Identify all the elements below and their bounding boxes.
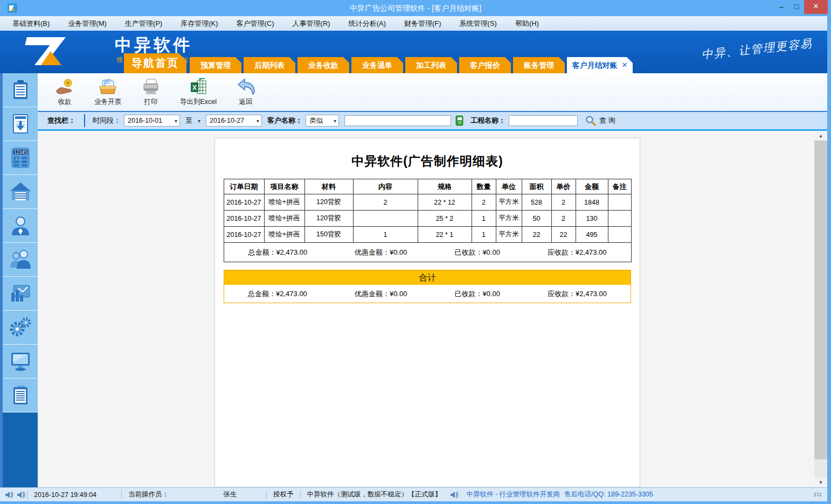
close-button[interactable]: ✕	[804, 0, 828, 14]
window-title: 中异广告公司管理软件 - [客户月结对账]	[0, 0, 831, 16]
report-panel: 中异软件(广告制作明细表) 订单日期 项目名称 材料 内容 规格 数量 单位 面…	[214, 138, 640, 487]
menu-basic-data[interactable]: 基础资料(B)	[3, 16, 59, 31]
status-bar: 2016-10-27 19:49:04 当前操作员： 张生 授权予 中异软件（测…	[0, 487, 827, 501]
tab-customer-monthly-statement[interactable]: 客户月结对账 ✕	[567, 57, 633, 73]
summary-receivable: 应收款：¥2,473.00	[548, 248, 607, 257]
back-button[interactable]: 返回	[232, 78, 260, 107]
tab-account-management[interactable]: 账务管理	[513, 57, 565, 73]
cell-remark	[608, 194, 631, 211]
scroll-down-icon[interactable]: ▼	[814, 478, 827, 487]
speaker-icon[interactable]	[4, 491, 14, 499]
speaker-icon[interactable]	[16, 491, 26, 499]
cell-remark	[608, 211, 631, 227]
chevron-down-icon: ▾	[175, 118, 177, 124]
sidebar-item-clipboard-2[interactable]	[3, 379, 38, 412]
sidebar-item-monitor[interactable]	[3, 345, 38, 379]
cell-order-date: 2016-10-27	[224, 227, 264, 243]
svg-text:12345: 12345	[13, 150, 26, 155]
svg-text:X: X	[192, 84, 197, 92]
date-to-select[interactable]: 2016-10-27 ▾	[206, 115, 262, 127]
cell-quantity: 1	[472, 211, 496, 227]
receive-payment-button[interactable]: ¥ 收款	[51, 78, 79, 107]
back-arrow-icon	[235, 78, 257, 96]
customer-lookup-book-icon[interactable]	[454, 115, 464, 126]
menu-hr[interactable]: 人事管理(R)	[283, 16, 340, 31]
query-button[interactable]: 查 询	[585, 115, 615, 126]
sidebar-item-group[interactable]	[3, 243, 38, 277]
scrollbar-thumb[interactable]	[814, 141, 827, 459]
sidebar-item-warehouse[interactable]	[3, 175, 38, 209]
match-mode-select[interactable]: 类似 ▾	[306, 115, 339, 127]
sidebar-item-download-doc[interactable]	[3, 107, 38, 141]
sidebar-item-chart[interactable]	[3, 277, 38, 311]
sidebar-item-settings[interactable]	[3, 311, 38, 345]
vertical-scrollbar[interactable]: ▲ ▼	[814, 131, 827, 487]
cell-quantity: 2	[472, 194, 496, 211]
window-border-bottom	[0, 501, 831, 504]
cell-area: 22	[522, 227, 551, 243]
menu-production[interactable]: 生产管理(P)	[116, 16, 171, 31]
table-row: 2016-10-27 喷绘+拼画 150背胶 1 22 * 1 1 平方米 22…	[224, 227, 631, 243]
tab-label: 客户月结对账	[572, 57, 618, 73]
menu-help[interactable]: 帮助(H)	[506, 16, 548, 31]
project-keyword-input[interactable]	[509, 115, 578, 126]
tab-close-icon[interactable]: ✕	[622, 57, 628, 73]
sidebar-item-clipboard[interactable]	[3, 73, 38, 107]
tab-order-returns[interactable]: 业务退单	[351, 57, 403, 73]
people-icon	[8, 247, 33, 272]
button-label: 业务开票	[94, 97, 121, 107]
tab-budget[interactable]: 预算管理	[190, 57, 241, 73]
tab-business-receipts[interactable]: 业务收款	[297, 57, 349, 73]
sidebar-item-person[interactable]	[3, 209, 38, 243]
header-band: 中异软件 领先的广告行业管理软件研发商 中异、让管理更容易 导航首页 预算管理 …	[0, 31, 831, 73]
col-order-date: 订单日期	[224, 179, 264, 194]
cell-unit: 平方米	[496, 227, 522, 243]
col-quantity: 数量	[472, 179, 496, 194]
customer-keyword-input[interactable]	[344, 115, 451, 126]
maximize-button[interactable]: □	[789, 0, 804, 14]
tab-home[interactable]: 导航首页	[124, 53, 186, 73]
print-button[interactable]: 打印	[137, 78, 165, 107]
tab-postprocess-list[interactable]: 后期列表	[244, 57, 295, 73]
search-icon	[585, 115, 596, 126]
scroll-up-icon[interactable]: ▲	[814, 131, 827, 141]
between-dropdown-icon[interactable]: ▾	[198, 118, 200, 124]
minimize-button[interactable]: –	[774, 0, 789, 14]
content-area: 中异软件(广告制作明细表) 订单日期 项目名称 材料 内容 规格 数量 单位 面…	[38, 131, 827, 487]
match-mode-value: 类似	[309, 116, 323, 125]
menu-bar: 基础资料(B) 业务管理(M) 生产管理(P) 库存管理(K) 客户管理(C) …	[0, 16, 827, 31]
cell-material: 120背胶	[304, 211, 353, 227]
col-project-name: 项目名称	[264, 179, 304, 194]
button-label: 返回	[239, 97, 253, 107]
clipboard-icon	[9, 78, 32, 102]
menu-statistics[interactable]: 统计分析(A)	[340, 16, 395, 31]
sidebar-item-calculator[interactable]: 12345 +-	[3, 141, 38, 175]
table-summary-row: 总金额：¥2,473.00 优惠金额：¥0.00 已收款：¥0.00 应收款：¥…	[224, 243, 631, 262]
cell-amount: 1848	[576, 194, 608, 211]
menu-business[interactable]: 业务管理(M)	[59, 16, 116, 31]
svg-text:+: +	[15, 157, 17, 160]
date-from-select[interactable]: 2016-10-01 ▾	[124, 115, 180, 127]
export-excel-button[interactable]: X 导出到Excel	[180, 78, 217, 107]
invoice-button[interactable]: 业务开票	[94, 78, 122, 107]
license-label: 授权予	[267, 490, 300, 499]
tab-processing-list[interactable]: 加工列表	[405, 57, 457, 73]
cell-material: 120背胶	[304, 194, 353, 211]
cell-project-name: 喷绘+拼画	[264, 211, 304, 227]
person-icon	[8, 213, 33, 238]
menu-customer[interactable]: 客户管理(C)	[227, 16, 283, 31]
brand-name: 中异软件	[115, 34, 192, 57]
col-spec: 规格	[418, 179, 472, 194]
chart-icon	[8, 281, 33, 306]
tab-customer-quote[interactable]: 客户报价	[459, 57, 511, 73]
cell-unit-price: 2	[551, 194, 576, 211]
cell-spec: 22 * 1	[418, 227, 472, 243]
resize-grip[interactable]	[814, 493, 822, 496]
menu-inventory[interactable]: 库存管理(K)	[171, 16, 227, 31]
menu-system[interactable]: 系统管理(S)	[451, 16, 506, 31]
clipboard-icon	[9, 383, 32, 407]
speaker-icon[interactable]	[449, 491, 459, 499]
window-border-right	[827, 16, 831, 504]
menu-finance[interactable]: 财务管理(F)	[395, 16, 451, 31]
cell-unit-price: 2	[551, 211, 576, 227]
